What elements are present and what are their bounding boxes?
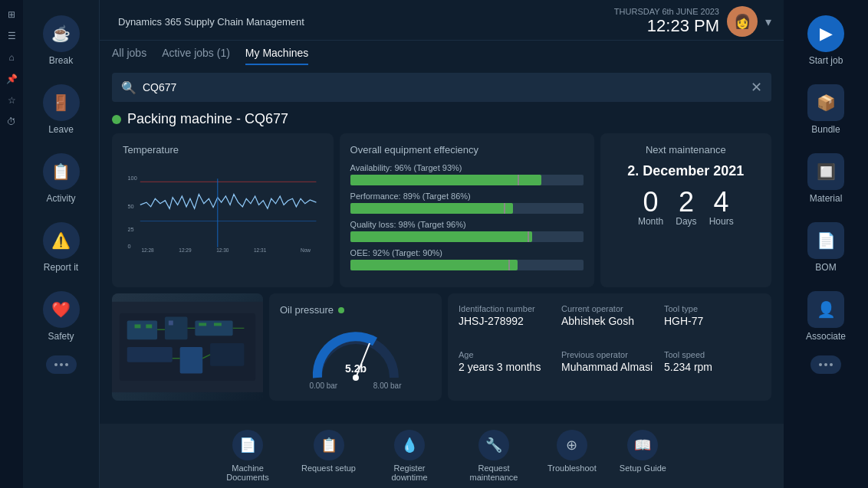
action-label-0: Machine Documents <box>217 463 278 482</box>
svg-text:12:31: 12:31 <box>254 247 267 253</box>
prev-operator-label: Previous operator <box>561 350 658 359</box>
tab-active-jobs[interactable]: Active jobs (1) <box>162 47 230 65</box>
tool-speed-value: 5.234 rpm <box>664 361 761 373</box>
month-counter: 0 Month <box>638 188 663 227</box>
activity-icon: 📋 <box>43 153 80 190</box>
tab-all-jobs[interactable]: All jobs <box>112 47 146 65</box>
svg-text:5.2b: 5.2b <box>344 362 366 375</box>
sidebar-item-safety[interactable]: ❤️ Safety <box>27 283 96 349</box>
action-request-setup[interactable]: 📋 Request setup <box>301 430 356 482</box>
associate-icon: 👤 <box>807 291 844 328</box>
info-field-prev-operator: Previous operator Muhammad Almasi <box>561 350 658 390</box>
month-value: 0 <box>643 188 659 216</box>
action-troubleshoot[interactable]: ⊕ Troubleshoot <box>547 430 597 482</box>
hours-value: 4 <box>714 188 729 216</box>
cards-grid: Temperature 100 50 25 0 <box>100 133 784 424</box>
break-icon: ☕ <box>43 15 80 52</box>
sidebar-label-activity: Activity <box>46 193 75 204</box>
pin-icon[interactable]: 📌 <box>3 70 20 87</box>
oee-row-3: OEE: 92% (Target: 90%) <box>350 248 584 270</box>
tabs-bar: All jobs Active jobs (1) My Machines <box>100 41 784 65</box>
sidebar-label-safety: Safety <box>48 331 74 342</box>
svg-text:12:30: 12:30 <box>216 247 229 253</box>
bundle-label: Bundle <box>811 124 840 135</box>
temperature-title: Temperature <box>123 144 323 156</box>
id-value: JHSJ-278992 <box>459 315 555 327</box>
hours-label: Hours <box>709 216 734 227</box>
associate-button[interactable]: 👤 Associate <box>790 283 863 349</box>
bottom-actions-bar: 📄 Machine Documents 📋 Request setup 💧 Re… <box>100 424 784 488</box>
cards-row-2: Oil pressure 5.2b <box>112 293 771 401</box>
apps-icon[interactable]: ⊞ <box>3 6 20 23</box>
bundle-button[interactable]: 📦 Bundle <box>790 77 863 142</box>
search-input[interactable] <box>143 81 751 93</box>
topbar-right: THURSDAY 6th JUNE 2023 12:23 PM 👩 ▾ <box>614 6 771 37</box>
svg-rect-25 <box>135 324 141 328</box>
oee-label-0: Availability: 96% (Target 93%) <box>350 163 584 172</box>
svg-point-31 <box>353 375 359 381</box>
bom-button[interactable]: 📄 BOM <box>790 215 863 280</box>
oee-label-1: Performance: 89% (Target 86%) <box>350 192 584 201</box>
prev-operator-value: Muhammad Almasi <box>561 361 658 373</box>
svg-rect-29 <box>214 323 222 326</box>
action-setup-guide[interactable]: 📖 Setup Guide <box>620 430 666 482</box>
sidebar-label-break: Break <box>49 55 73 66</box>
action-label-2: Register downtime <box>379 463 440 482</box>
info-field-id: Identifaction number JHSJ-278992 <box>459 304 555 344</box>
associate-label: Associate <box>806 331 846 342</box>
action-machine-documents[interactable]: 📄 Machine Documents <box>217 430 278 482</box>
svg-rect-15 <box>165 317 188 340</box>
gauge-max-label: 8.00 bar <box>373 382 402 390</box>
home-icon[interactable]: ⌂ <box>3 49 20 66</box>
svg-rect-17 <box>127 347 173 362</box>
machine-title-bar: Packing machine - CQ677 <box>100 108 784 133</box>
tab-my-machines[interactable]: My Machines <box>245 47 308 65</box>
avatar[interactable]: 👩 <box>727 6 758 37</box>
svg-rect-28 <box>199 323 206 326</box>
hamburger-icon[interactable]: ☰ <box>3 28 20 44</box>
machine-image <box>112 293 263 401</box>
chevron-down-icon[interactable]: ▾ <box>765 15 771 29</box>
setup-guide-icon: 📖 <box>627 430 658 460</box>
oil-title: Oil pressure <box>280 304 344 316</box>
days-counter: 2 Days <box>676 188 696 227</box>
oee-label-2: Quality loss: 98% (Target 96%) <box>350 220 584 229</box>
action-label-3: Request maintenance <box>463 463 524 482</box>
clock-icon[interactable]: ⏱ <box>3 113 20 130</box>
sidebar-item-report[interactable]: ⚠️ Report it <box>27 215 96 280</box>
svg-rect-26 <box>146 324 152 328</box>
info-field-tool-type: Tool type HGH-77 <box>664 304 761 344</box>
id-label: Identifaction number <box>459 304 555 313</box>
oee-title: Overall equipment effeciency <box>350 144 584 156</box>
maintenance-date: 2. December 2021 <box>611 163 761 179</box>
maintenance-counters: 0 Month 2 Days 4 Hours <box>611 188 761 227</box>
sidebar-item-leave[interactable]: 🚪 Leave <box>27 77 96 142</box>
star-icon[interactable]: ☆ <box>3 92 20 109</box>
oee-row-2: Quality loss: 98% (Target 96%) <box>350 220 584 242</box>
nav-icons-bar: ⊞ ☰ ⌂ 📌 ☆ ⏱ <box>0 0 23 488</box>
temperature-chart: 100 50 25 0 12:28 12:29 12:30 <box>123 163 323 263</box>
oil-gauge: 5.2b <box>310 320 402 382</box>
material-icon: 🔲 <box>807 153 844 190</box>
sidebar-item-activity[interactable]: 📋 Activity <box>27 146 96 211</box>
request-setup-icon: 📋 <box>314 430 344 460</box>
datetime-box: THURSDAY 6th JUNE 2023 12:23 PM <box>614 7 719 36</box>
action-label-5: Setup Guide <box>620 463 666 473</box>
material-button[interactable]: 🔲 Material <box>790 146 863 211</box>
machine-documents-icon: 📄 <box>232 430 263 460</box>
start-job-icon: ▶ <box>807 15 844 52</box>
more-right-actions-button[interactable] <box>810 355 841 374</box>
operator-label: Current operator <box>561 304 658 313</box>
action-request-maintenance[interactable]: 🔧 Request maintenance <box>463 430 524 482</box>
svg-text:100: 100 <box>128 175 137 182</box>
close-icon[interactable]: ✕ <box>751 79 762 96</box>
svg-text:25: 25 <box>128 226 134 233</box>
age-value: 2 years 3 months <box>459 361 555 373</box>
search-bar: 🔍 ✕ <box>112 73 771 102</box>
more-sidebar-button[interactable] <box>46 355 77 374</box>
sidebar-item-break[interactable]: ☕ Break <box>27 8 96 74</box>
action-register-downtime[interactable]: 💧 Register downtime <box>379 430 440 482</box>
info-field-age: Age 2 years 3 months <box>459 350 555 390</box>
start-job-button[interactable]: ▶ Start job <box>790 8 863 74</box>
age-label: Age <box>459 350 555 359</box>
